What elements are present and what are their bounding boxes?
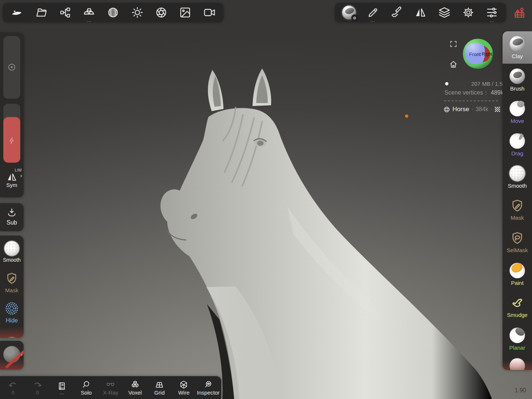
matcap-button[interactable]	[103, 3, 123, 22]
toolbox-icon	[512, 6, 526, 20]
move-brush-icon	[510, 101, 525, 116]
tool-label: Paint	[511, 280, 524, 286]
tool-clay[interactable]: Clay	[503, 31, 532, 64]
stroke-pencil-button[interactable]: ...	[363, 3, 383, 22]
radius-slider[interactable]	[3, 36, 20, 99]
files-button[interactable]	[31, 3, 51, 22]
clay-brush-icon	[510, 36, 525, 52]
material-sphere-icon	[3, 346, 20, 363]
home-icon	[449, 60, 458, 69]
wire-button[interactable]: Wire	[172, 380, 195, 396]
intensity-lightning-icon	[7, 136, 16, 145]
tool-paint[interactable]: Paint	[503, 258, 532, 290]
xray-label: X-Ray	[103, 390, 119, 396]
grid-icon	[155, 380, 164, 389]
post-process-button[interactable]	[151, 3, 171, 22]
hide-dotted-icon[interactable]	[4, 301, 19, 316]
settings-button[interactable]	[458, 3, 478, 22]
drag-brush-icon	[510, 133, 525, 149]
symmetry-icon	[6, 172, 17, 183]
planar-brush-icon	[510, 328, 525, 343]
disabled-slash-icon	[5, 349, 24, 368]
layers-button[interactable]	[434, 3, 454, 22]
aperture-icon	[155, 6, 168, 19]
display-sliders-button[interactable]: ...	[482, 3, 502, 22]
painting-button[interactable]	[387, 3, 406, 22]
panel-caret-icon	[158, 373, 161, 375]
redo-icon	[33, 380, 42, 390]
gear-icon	[352, 16, 357, 20]
object-row[interactable]: Horse · 384k ·	[443, 106, 500, 113]
orientation-gizmo[interactable]: Front Right	[462, 38, 493, 69]
scene-graph-button[interactable]	[55, 3, 75, 22]
sub-tool-panel[interactable]: Sub	[0, 203, 24, 231]
left-slider-panel: L/W Sym	[0, 32, 24, 197]
checker-icon[interactable]	[495, 107, 500, 112]
hide-quick-label: Hide	[0, 317, 24, 324]
scene-vertices-label: Scene vertices：	[444, 89, 489, 96]
lighting-button[interactable]	[127, 3, 147, 22]
smudge-finger-icon	[510, 296, 525, 310]
mask-quick-label: Mask	[0, 287, 24, 293]
debug-toolbox-button[interactable]	[511, 4, 528, 21]
nomad-logo-icon	[11, 6, 23, 19]
background-image-button[interactable]	[175, 3, 195, 22]
solo-label: Solo	[81, 390, 92, 396]
tool-label: Brush	[510, 86, 524, 91]
symmetry-toggle-button[interactable]	[6, 172, 17, 183]
undo-icon	[8, 380, 18, 390]
smooth-quick-label: Smooth	[0, 257, 24, 263]
inspector-button[interactable]: Inspector	[197, 380, 220, 396]
solo-button[interactable]: Solo	[75, 380, 98, 396]
undo-button[interactable]: 0	[1, 380, 24, 395]
tool-label: Move	[511, 118, 524, 124]
redo-button[interactable]: 0	[26, 380, 49, 395]
tool-planar[interactable]: Planar	[503, 323, 532, 355]
memory-usage-text: 207 MB / 1.5	[444, 81, 503, 87]
matcap-icon	[107, 6, 119, 19]
top-left-toolbar: ...	[3, 3, 223, 22]
smooth-brush-icon	[510, 166, 525, 181]
flyout-arrow-icon	[21, 353, 23, 356]
scene-vertices-value: 489k	[491, 89, 504, 96]
app-logo-button[interactable]	[7, 3, 27, 22]
grid-button[interactable]: Grid	[148, 380, 171, 396]
camera-button[interactable]	[200, 3, 219, 22]
tool-smooth[interactable]: Smooth	[503, 161, 532, 193]
material-layers-button[interactable]: ...	[79, 3, 99, 22]
gizmo-partial-icon[interactable]	[4, 328, 20, 338]
voxel-cubes-icon	[130, 380, 140, 389]
symmetry-button[interactable]	[411, 3, 430, 22]
object-vertex-count: 384k	[476, 106, 489, 113]
tool-selmask[interactable]: SelMask	[503, 226, 532, 258]
intensity-slider[interactable]	[3, 104, 20, 163]
tool-label: SelMask	[507, 247, 528, 253]
selmask-shield-icon	[510, 231, 525, 246]
glasses-icon	[106, 380, 115, 389]
active-brush-button[interactable]	[339, 3, 359, 22]
tool-mask[interactable]: Mask	[503, 193, 532, 226]
viewport-canvas[interactable]: ...	[0, 0, 532, 399]
tool-move[interactable]: Move	[503, 96, 532, 128]
mask-quick-icon[interactable]	[5, 272, 19, 285]
object-name[interactable]: Horse	[452, 106, 469, 113]
history-button[interactable]: ...	[50, 381, 73, 394]
tool-label: Smooth	[508, 183, 527, 188]
fullscreen-button[interactable]	[449, 40, 458, 48]
folder-icon	[35, 6, 47, 19]
app-version: 1.90	[515, 387, 526, 394]
tool-brush[interactable]: Brush	[503, 64, 532, 96]
tool-next-partial[interactable]	[503, 355, 532, 370]
paint-brush-icon	[510, 263, 525, 278]
top-right-toolbar: ...	[335, 3, 506, 22]
bottom-toolbar: 0 0 ... Solo X-Ray	[0, 376, 221, 399]
grid-label: Grid	[154, 390, 165, 396]
material-off-panel[interactable]	[0, 341, 24, 370]
partial-brush-icon	[510, 358, 525, 370]
smooth-quick-icon[interactable]	[4, 241, 19, 256]
home-view-button[interactable]	[449, 60, 458, 69]
xray-button[interactable]: X-Ray	[99, 380, 122, 396]
tool-drag[interactable]: Drag	[503, 128, 532, 161]
tool-smudge[interactable]: Smudge	[503, 290, 532, 323]
voxel-button[interactable]: Voxel	[124, 380, 147, 396]
